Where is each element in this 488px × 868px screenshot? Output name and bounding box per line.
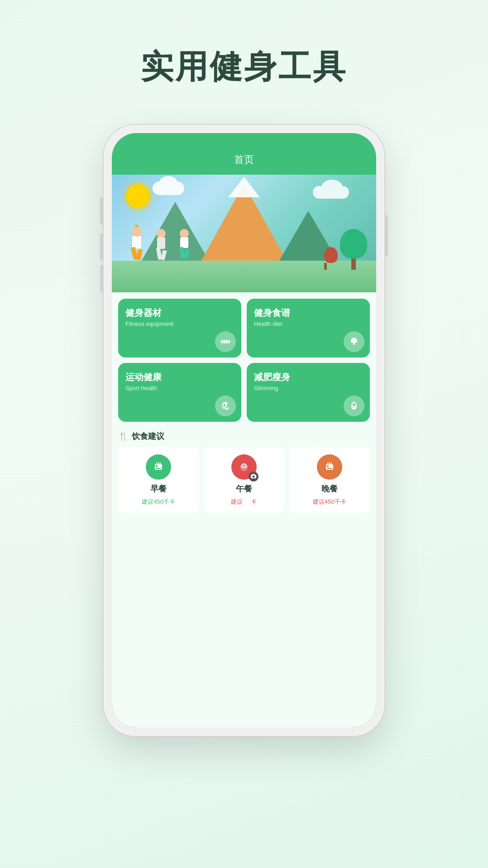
diet-card-lunch[interactable]: 午餐 建议卡 bbox=[204, 447, 285, 512]
svg-point-21 bbox=[252, 476, 254, 478]
svg-rect-25 bbox=[327, 468, 332, 469]
breakfast-name: 早餐 bbox=[150, 483, 167, 494]
card-sport-health-title-cn: 运动健康 bbox=[125, 371, 234, 383]
tree-top bbox=[340, 229, 367, 258]
tree-large bbox=[340, 229, 367, 270]
diet-cards: 早餐 建议450千卡 bbox=[118, 447, 370, 512]
mountain-snow bbox=[228, 177, 260, 197]
runners-group bbox=[130, 227, 191, 267]
tree-small-trunk bbox=[324, 263, 327, 270]
diet-header: 🍴 饮食建议 bbox=[118, 431, 370, 442]
lunch-name: 午餐 bbox=[236, 483, 252, 494]
screen-content: 健身器材 Fitness equipment bbox=[112, 175, 376, 728]
breakfast-icon bbox=[146, 454, 171, 480]
svg-point-19 bbox=[241, 466, 247, 468]
svg-rect-14 bbox=[156, 468, 161, 469]
runner-3 bbox=[178, 229, 191, 267]
svg-rect-12 bbox=[155, 464, 162, 470]
card-sport-health[interactable]: 运动健康 Sport health bbox=[118, 363, 241, 422]
runner-2 bbox=[155, 229, 167, 267]
app-header: 首页 bbox=[112, 149, 376, 175]
svg-point-9 bbox=[225, 402, 227, 405]
card-sport-health-title-en: Sport health bbox=[125, 385, 234, 391]
card-fitness-equipment-title-cn: 健身器材 bbox=[125, 307, 234, 319]
phone-mockup: 首页 bbox=[104, 125, 384, 736]
svg-rect-7 bbox=[351, 341, 357, 343]
tree-small bbox=[324, 247, 338, 270]
svg-rect-23 bbox=[326, 464, 333, 470]
card-health-diet[interactable]: 健身食谱 Health diet bbox=[247, 299, 370, 358]
card-slimming-title-en: Slimming bbox=[254, 385, 363, 391]
dinner-kcal: 建议450千卡 bbox=[313, 498, 346, 506]
diet-card-breakfast[interactable]: 早餐 建议450千卡 bbox=[118, 447, 199, 512]
card-sport-health-icon bbox=[215, 396, 236, 416]
page-title: 实用健身工具 bbox=[141, 45, 347, 89]
svg-rect-8 bbox=[353, 343, 355, 345]
card-health-diet-title-cn: 健身食谱 bbox=[254, 307, 363, 319]
cards-grid: 健身器材 Fitness equipment bbox=[112, 292, 376, 426]
diet-section-icon: 🍴 bbox=[118, 431, 128, 441]
tree-trunk bbox=[351, 258, 356, 270]
card-health-diet-icon bbox=[344, 331, 364, 352]
diet-section: 🍴 饮食建议 bbox=[112, 426, 376, 519]
lunch-icon bbox=[231, 454, 257, 480]
status-bar bbox=[112, 133, 376, 149]
app-header-title: 首页 bbox=[234, 154, 254, 165]
diet-section-title: 饮食建议 bbox=[132, 431, 164, 442]
breakfast-kcal: 建议450千卡 bbox=[142, 498, 175, 506]
dinner-name: 晚餐 bbox=[321, 483, 338, 494]
card-slimming-title-cn: 减肥瘦身 bbox=[254, 371, 363, 383]
camera-overlay-icon bbox=[249, 472, 258, 482]
diet-card-dinner[interactable]: 晚餐 建议450千卡 bbox=[289, 447, 370, 512]
card-fitness-equipment-title-en: Fitness equipment bbox=[125, 320, 234, 327]
svg-rect-22 bbox=[252, 474, 255, 475]
card-health-diet-title-en: Health diet bbox=[254, 320, 363, 327]
card-fitness-equipment[interactable]: 健身器材 Fitness equipment bbox=[118, 299, 241, 358]
svg-rect-13 bbox=[156, 465, 158, 467]
runner-1 bbox=[130, 227, 144, 267]
tree-small-top bbox=[324, 247, 338, 263]
svg-rect-24 bbox=[327, 465, 329, 467]
lunch-kcal: 建议卡 bbox=[231, 498, 257, 506]
phone-screen: 首页 bbox=[112, 133, 376, 728]
banner bbox=[112, 175, 376, 292]
card-slimming[interactable]: 减肥瘦身 Slimming bbox=[247, 363, 370, 422]
dinner-icon bbox=[317, 454, 342, 480]
card-fitness-equipment-icon bbox=[215, 331, 236, 352]
card-slimming-icon bbox=[344, 396, 364, 416]
